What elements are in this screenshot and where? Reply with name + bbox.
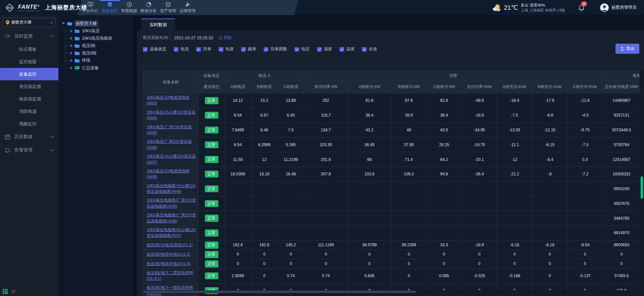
device-link[interactable]: 10kV高压电能表/办公楼12#变压器电能表(AH7) (147, 227, 196, 238)
username[interactable]: 丽婴房管理员 (611, 5, 637, 10)
tree-node-低压II段[interactable]: 低压II段 (70, 49, 133, 57)
sidebar-item-视频监控[interactable]: 视频监控 (0, 118, 58, 130)
column-header-B相电流: B相电流 (251, 81, 278, 93)
list-icon[interactable] (12, 290, 16, 294)
filter-checkbox-功率[interactable]: 功率 (196, 46, 211, 52)
sidebar-item-消防电源[interactable]: 消防电源 (0, 105, 58, 118)
tab-realtime-data[interactable]: 实时数据 (142, 18, 175, 30)
value-cell: 0 (427, 250, 462, 259)
tree-node-10kV高压[interactable]: 10kV高压 (70, 27, 133, 35)
filter-label: 频率 (248, 46, 256, 52)
checkbox-checked-icon[interactable] (339, 47, 344, 52)
device-link[interactable]: 10kV高压/1#电源进线柜(AH3) (147, 95, 190, 105)
device-name-cell: 10kV高压/1#电源进线柜(AH3) (143, 93, 199, 108)
device-link[interactable]: 10kV高压电能表/厂房21#变压器电能表(AH5) (147, 198, 196, 208)
tree-node-root[interactable]: 丽婴房大楼 (62, 20, 133, 27)
nav-item-6[interactable]: 运维管理 (180, 0, 195, 15)
vertical-scrollbar[interactable] (641, 71, 643, 296)
nav-item-4[interactable]: 数据分析 (141, 0, 156, 15)
nav-item-label: 智慧能源 (121, 8, 137, 14)
comm-status-cell: 正常 (199, 250, 225, 259)
sidebar-group-告警管理[interactable]: 告警管理 (0, 143, 58, 157)
grid-dots-icon[interactable] (3, 289, 8, 294)
checkbox-checked-icon[interactable] (143, 47, 148, 52)
tree-node-label: 10kV高压 (82, 28, 100, 34)
filter-checkbox-湿度[interactable]: 湿度 (317, 46, 332, 52)
horizontal-scrollbar[interactable] (143, 290, 639, 293)
refresh-button[interactable]: 刷新 (219, 35, 232, 41)
device-link[interactable]: 10kV高压/厂房22#变压器(AH6) (147, 139, 192, 150)
vertical-scrollbar-thumb[interactable] (641, 176, 643, 199)
checkbox-checked-icon[interactable] (317, 47, 322, 52)
device-link[interactable]: 10kV高压/办公楼11#变压器(AH4) (147, 110, 196, 120)
checkbox-checked-icon[interactable] (174, 47, 178, 52)
value-cell: 0 (568, 283, 603, 296)
filter-checkbox-电压[interactable]: 电压 (294, 46, 310, 52)
checkbox-checked-icon[interactable] (362, 47, 367, 52)
device-name-cell: 10kV高压电能表/办公楼11#变压器电能表(AH4) (143, 181, 199, 196)
filter-checkbox-全选[interactable]: 全选 (362, 46, 377, 52)
tree-node-汇总设备[interactable]: 汇总设备 (70, 64, 133, 72)
checkbox-checked-icon[interactable] (264, 47, 268, 52)
checkbox-checked-icon[interactable] (219, 47, 223, 52)
checkbox-checked-icon[interactable] (196, 47, 201, 52)
nav-item-3[interactable]: 智慧能源 (121, 0, 137, 15)
filter-checkbox-功率因数[interactable]: 功率因数 (264, 46, 287, 52)
sidebar-item-站点看板[interactable]: 站点看板 (0, 43, 58, 55)
value-cell: -0.325 (462, 268, 497, 283)
filter-checkbox-温度[interactable]: 温度 (339, 46, 355, 52)
avatar[interactable] (600, 3, 609, 12)
value-cell: 5.265 (278, 137, 304, 152)
device-link[interactable]: 低压I段/地下二层应急照明(A1-4-1) (147, 270, 193, 281)
filter-checkbox-设备状态[interactable]: 设备状态 (143, 46, 166, 52)
triangle-right-icon (70, 66, 72, 70)
device-link[interactable]: 10kV高压电能表/办公楼11#变压器电能表(AH4) (147, 183, 196, 194)
filter-label: 功率 (203, 46, 211, 52)
value-cell (304, 196, 348, 211)
device-link[interactable]: 10kV高压/2#电源进线柜(AH8) (147, 169, 190, 179)
device-name-cell: 低压I段/地下一层应急照明(A1-4-2) (143, 283, 199, 296)
device-link[interactable]: 低压I段/1#低压进线(A1-1) (147, 243, 193, 247)
value-cell (348, 181, 391, 196)
value-cell: 7.6499 (225, 123, 251, 137)
device-link[interactable]: 低压I段/电容补偿2(A1-3) (147, 261, 191, 266)
sidebar-item-电容器监测[interactable]: 电容器监测 (0, 93, 58, 105)
value-cell: 6914970 (603, 226, 640, 241)
sidebar-group-实时监测[interactable]: 实时监测 (0, 30, 58, 43)
filter-checkbox-电流[interactable]: 电流 (174, 46, 189, 52)
nav-item-5[interactable]: 资产管理 (160, 0, 176, 15)
device-link[interactable]: 10kV高压电能表/厂房22#变压器电能表(AH6) (147, 213, 196, 223)
sidebar-item-变压器监测[interactable]: 变压器监测 (0, 80, 58, 93)
value-cell: 0.3 (568, 152, 603, 167)
tree-node-环境[interactable]: 环境 (70, 57, 133, 64)
value-cell: 0 (568, 250, 603, 259)
refresh-label: 数据刷新时间： (143, 35, 172, 41)
status-badge: 正常 (205, 200, 218, 207)
value-cell: 0 (532, 268, 568, 283)
nav-item-2[interactable]: 安全运行 (102, 0, 117, 15)
table-row: 10kV高压电能表/厂房22#变压器电能表(AH6)正常3484785 (143, 211, 640, 226)
horizontal-scrollbar-thumb[interactable] (143, 291, 416, 293)
value-cell (532, 211, 568, 226)
export-button[interactable]: 导出 (615, 44, 639, 54)
filter-label: 设备状态 (150, 46, 166, 52)
checkbox-checked-icon[interactable] (241, 47, 246, 52)
device-link[interactable]: 10kV高压/办公楼12#变压器(AH7) (147, 154, 196, 164)
device-link[interactable]: 10kV高压/厂房21#变压器(AH5) (147, 125, 192, 135)
sidebar-item-设备监控[interactable]: 设备监控 (0, 68, 58, 80)
value-cell: 0 (532, 259, 568, 268)
tree-node-低压I段[interactable]: 低压I段 (70, 42, 133, 49)
status-badge: 正常 (205, 156, 218, 163)
sidebar-group-历史数据[interactable]: 历史数据 (0, 130, 58, 143)
filter-checkbox-电度[interactable]: 电度 (219, 46, 234, 52)
notification-bell[interactable]: 11 (578, 4, 585, 11)
device-link[interactable]: 低压I段/电容补偿1(A1-2) (147, 252, 191, 257)
top-nav: 平台中心安全运行智慧能源数据分析资产管理运维管理 (80, 0, 197, 15)
tree-node-10kV高压电能表[interactable]: 10kV高压电能表 (70, 35, 133, 42)
filter-checkbox-频率[interactable]: 频率 (241, 46, 256, 52)
checkbox-checked-icon[interactable] (294, 47, 299, 52)
sidebar-item-监控画面[interactable]: 监控画面 (0, 55, 58, 68)
station-selector[interactable]: 丽婴房大楼 (3, 18, 56, 27)
nav-item-1[interactable]: 平台中心 (83, 0, 98, 15)
value-cell: -20.1 (462, 152, 497, 167)
